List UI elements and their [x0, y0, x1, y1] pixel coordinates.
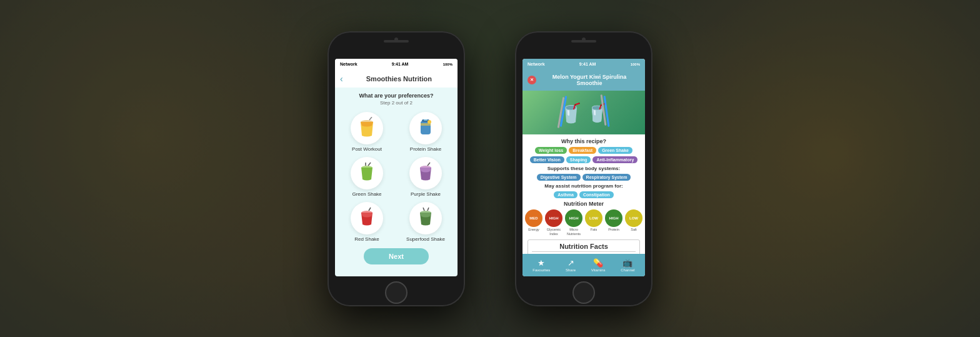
phone1-speaker	[384, 40, 409, 43]
phone1-header: ‹ Smoothies Nutrition	[335, 70, 458, 88]
svg-rect-6	[424, 119, 428, 121]
shake-item-red-shake[interactable]: Red Shake	[340, 202, 394, 242]
bottom-bar-channel[interactable]: 📺 Channel	[621, 258, 634, 272]
tag-breakfast[interactable]: Breakfast	[569, 147, 596, 154]
protein-shake-icon	[409, 112, 442, 144]
meter-label-energy: Energy	[528, 228, 539, 232]
red-shake-icon	[351, 202, 383, 234]
phone-2: Network 9:41 AM 100% ✕ Melon Yogurt Kiwi…	[515, 31, 652, 306]
phone1-screen: Network 9:41 AM 100% ‹ Smoothies Nutriti…	[335, 59, 458, 276]
nutrition-facts-title: Nutrition Facts	[532, 243, 636, 252]
phone2-bottom-bar: ★ Favourites ↗ Share 💊 Vitamins 📺 Channe…	[522, 254, 645, 276]
svg-line-8	[368, 163, 371, 166]
meter-badge-salt: LOW	[625, 209, 642, 227]
phone1-time: 9:41 AM	[392, 62, 409, 66]
meter-badge-glycemic: HIGH	[545, 209, 562, 227]
bottom-bar-share[interactable]: ↗ Share	[566, 258, 576, 272]
body-systems-tags: Digestive System Respiratory System	[528, 174, 640, 181]
shake-item-purple-shake[interactable]: Purple Shake	[399, 157, 452, 197]
bottom-bar-favourites[interactable]: ★ Favourites	[532, 258, 550, 272]
protein-shake-label: Protein Shake	[410, 146, 441, 152]
meter-label-salt: Salt	[631, 228, 636, 232]
phone1-subtitle: What are your preferences?	[340, 93, 452, 99]
phone-1: Network 9:41 AM 100% ‹ Smoothies Nutriti…	[328, 31, 465, 306]
green-shake-label: Green Shake	[352, 191, 381, 197]
meter-micro: HIGH Micro Nutrients	[565, 209, 582, 236]
vitamins-label: Vitamins	[591, 268, 606, 272]
phone2-speaker	[571, 40, 596, 43]
phones-container: Network 9:41 AM 100% ‹ Smoothies Nutriti…	[0, 0, 980, 337]
post-workout-label: Post Workout	[352, 146, 382, 152]
meter-protein: HIGH Protein	[605, 209, 622, 232]
nutrition-meter-title: Nutrition Meter	[528, 201, 640, 207]
phone1-network: Network	[340, 62, 358, 66]
phone1-title: Smoothies Nutrition	[346, 75, 452, 83]
phone2-status-bar: Network 9:41 AM 100%	[522, 59, 645, 70]
phone1-home-button[interactable]	[385, 281, 408, 304]
svg-line-11	[428, 163, 430, 166]
favourites-icon: ★	[538, 258, 545, 268]
purple-shake-icon	[409, 157, 442, 189]
shake-item-green-shake[interactable]: Green Shake	[340, 157, 394, 197]
tag-green-shake[interactable]: Green Shake	[598, 147, 632, 154]
meter-label-protein: Protein	[608, 228, 619, 232]
meter-salt: LOW Salt	[625, 209, 642, 232]
favourites-label: Favourites	[532, 268, 550, 272]
phone2-close-button[interactable]: ✕	[528, 76, 536, 84]
phone2-body: Why this recipe? Weight loss Breakfast G…	[522, 134, 645, 253]
meter-energy: MED Energy	[525, 209, 542, 232]
nutrition-meter-row: MED Energy HIGH Glycemic Index HIGH Micr…	[528, 209, 640, 236]
vitamins-icon: 💊	[593, 258, 603, 268]
tags-row-1: Weight loss Breakfast Green Shake	[528, 147, 640, 154]
phone2-screen: Network 9:41 AM 100% ✕ Melon Yogurt Kiwi…	[522, 59, 645, 276]
nutrition-facts-box: Nutrition Facts Proximates Vitamins Calo…	[528, 239, 640, 253]
tag-anti-inflammatory[interactable]: Anti-Inflammatory	[592, 156, 638, 163]
tag-shaping[interactable]: Shaping	[566, 156, 591, 163]
phone1-back-button[interactable]: ‹	[340, 74, 343, 84]
tag-respiratory-system[interactable]: Respiratory System	[582, 174, 631, 181]
body-systems-label: Supports these body systems:	[528, 166, 640, 171]
tag-better-vision[interactable]: Better Vision	[530, 156, 564, 163]
shake-item-protein-shake[interactable]: Protein Shake	[399, 112, 452, 152]
phone2-header: ✕ Melon Yogurt Kiwi Spirulina Smoothie	[522, 70, 645, 91]
phone2-battery: 100%	[631, 63, 640, 66]
meter-label-micro: Micro Nutrients	[565, 228, 582, 236]
meter-badge-protein: HIGH	[605, 209, 622, 227]
phone1-step: Step 2 out of 2	[340, 100, 452, 106]
svg-line-13	[369, 208, 371, 211]
why-recipe-title: Why this recipe?	[528, 138, 640, 144]
bottom-bar-vitamins[interactable]: 💊 Vitamins	[591, 258, 606, 272]
tag-constipation[interactable]: Constipation	[579, 191, 614, 198]
meter-label-glycemic: Glycemic Index	[545, 228, 562, 236]
phone2-home-button[interactable]	[572, 281, 595, 304]
channel-label: Channel	[621, 268, 634, 272]
meter-badge-micro: HIGH	[565, 209, 582, 227]
phone2-hero: 🥤 🥤	[522, 91, 645, 134]
tag-digestive-system[interactable]: Digestive System	[537, 174, 581, 181]
superfood-shake-icon	[409, 202, 442, 234]
tag-asthma[interactable]: Asthma	[554, 191, 578, 198]
phone2-time: 9:41 AM	[579, 62, 596, 66]
share-label: Share	[566, 268, 576, 272]
meter-glycemic: HIGH Glycemic Index	[545, 209, 562, 236]
phone2-network: Network	[528, 62, 545, 66]
tag-weight-loss[interactable]: Weight loss	[535, 147, 567, 154]
phone1-battery: 100%	[443, 63, 452, 66]
svg-point-5	[428, 120, 431, 124]
shake-item-post-workout[interactable]: Post Workout	[340, 112, 394, 152]
meter-badge-energy: MED	[525, 209, 542, 227]
post-workout-icon	[351, 112, 383, 144]
green-shake-icon	[351, 157, 383, 189]
shake-grid: Post Workout P	[340, 112, 452, 242]
meter-label-fats: Fats	[591, 228, 598, 232]
nutrition-program-tags: Asthma Constipation	[528, 191, 640, 198]
purple-shake-label: Purple Shake	[411, 191, 441, 197]
next-button[interactable]: Next	[364, 248, 429, 264]
svg-line-15	[423, 208, 424, 211]
share-icon: ↗	[568, 258, 574, 268]
phone1-status-bar: Network 9:41 AM 100%	[335, 59, 458, 70]
nutrition-program-label: May assist nutrition program for:	[528, 183, 640, 189]
red-shake-label: Red Shake	[354, 236, 379, 242]
shake-item-superfood-shake[interactable]: Superfood Shake	[399, 202, 452, 242]
phone2-title: Melon Yogurt Kiwi Spirulina Smoothie	[539, 74, 640, 88]
